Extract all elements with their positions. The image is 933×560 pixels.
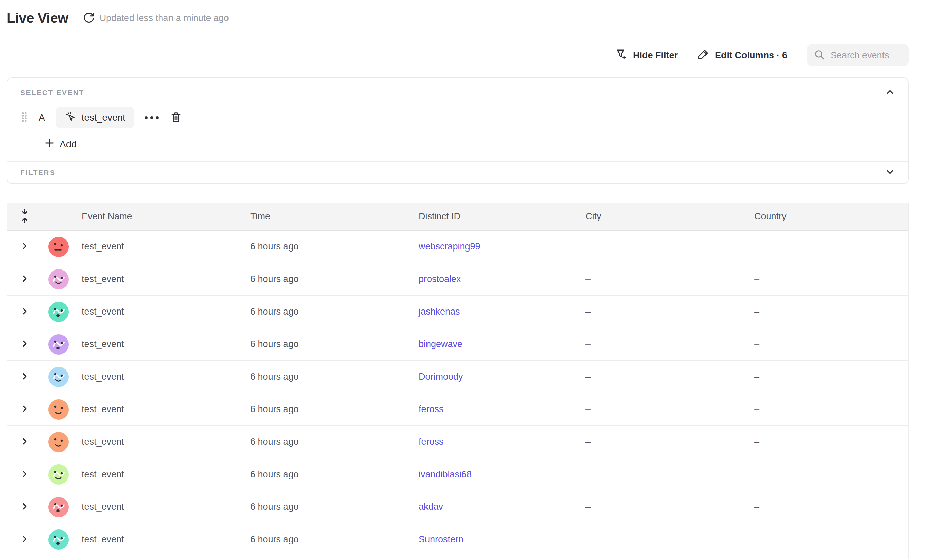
col-header-distinct-id[interactable]: Distinct ID [419,211,585,222]
expand-row-button[interactable] [20,436,30,448]
user-avatar[interactable] [48,465,69,485]
table-row: test_event 6 hours ago feross – – [7,426,908,458]
expand-row-button[interactable] [20,404,30,415]
distinct-id-link[interactable]: prostoalex [419,274,461,284]
city-cell: – [585,469,754,480]
city-cell: – [585,274,754,285]
refresh-icon [82,11,95,25]
expand-row-button[interactable] [20,274,30,285]
event-chip[interactable]: test_event [56,107,134,128]
table-body: test_event 6 hours ago webscraping99 – –… [7,231,908,556]
hide-filter-button[interactable]: Hide Filter [615,48,678,63]
query-builder-card: SELECT EVENT [7,77,908,184]
collapse-section-button[interactable] [885,87,895,98]
drag-dots-icon [20,110,28,125]
expand-row-button[interactable] [20,502,30,513]
refresh-button[interactable] [82,11,96,25]
select-event-label: SELECT EVENT [20,88,85,97]
chevron-right-icon [20,338,30,350]
ellipsis-icon [145,116,148,119]
col-header-time[interactable]: Time [250,211,419,222]
user-avatar[interactable] [48,432,69,452]
expand-filters-button[interactable] [885,167,895,178]
country-cell: – [754,437,908,447]
user-avatar[interactable] [48,334,69,355]
user-avatar[interactable] [48,237,69,257]
time-cell: 6 hours ago [250,437,419,447]
time-cell: 6 hours ago [250,534,419,545]
chevron-up-icon [885,87,895,98]
distinct-id-link[interactable]: ivandiblasi68 [419,469,471,479]
table-row: test_event 6 hours ago feross – – [7,393,908,426]
filter-plus-icon [615,48,628,63]
country-cell: – [754,404,908,415]
time-cell: 6 hours ago [250,274,419,285]
table-header: Event Name Time Distinct ID City Country [7,203,908,231]
expand-row-button[interactable] [20,338,30,350]
expand-row-button[interactable] [20,241,30,252]
time-cell: 6 hours ago [250,469,419,480]
delete-event-button[interactable] [169,111,182,125]
time-cell: 6 hours ago [250,339,419,349]
user-avatar[interactable] [48,367,69,387]
distinct-id-link[interactable]: feross [419,437,444,447]
chevron-right-icon [20,241,30,252]
table-row: test_event 6 hours ago akdav – – [7,491,908,523]
time-cell: 6 hours ago [250,502,419,512]
col-header-event-name[interactable]: Event Name [75,211,250,222]
event-row-letter: A [38,112,45,123]
plus-icon [44,138,55,151]
search-input[interactable] [831,50,902,61]
user-avatar[interactable] [48,269,69,289]
title-row: Live View Updated less than a minute ago [7,8,908,28]
time-cell: 6 hours ago [250,242,419,252]
chevron-right-icon [20,371,30,383]
table-row: test_event 6 hours ago jashkenas – – [7,295,908,328]
search-box[interactable] [807,44,908,66]
chevron-right-icon [20,274,30,285]
edit-columns-label: Edit Columns · 6 [715,50,787,61]
cursor-click-icon [65,111,77,125]
distinct-id-link[interactable]: Sunrostern [419,534,463,545]
user-avatar[interactable] [48,497,69,517]
distinct-id-link[interactable]: jashkenas [419,306,460,317]
table-row: test_event 6 hours ago ivandiblasi68 – – [7,458,908,491]
distinct-id-link[interactable]: Dorimoody [419,372,463,382]
expand-row-button[interactable] [20,469,30,480]
distinct-id-link[interactable]: feross [419,404,444,414]
table-row: test_event 6 hours ago bingewave – – [7,328,908,361]
expand-row-button[interactable] [20,306,30,318]
user-avatar[interactable] [48,529,69,550]
event-more-button[interactable] [143,116,161,119]
user-avatar[interactable] [48,302,69,322]
distinct-id-link[interactable]: akdav [419,502,443,512]
distinct-id-link[interactable]: bingewave [419,339,462,349]
partial-row [7,556,908,559]
add-event-button[interactable]: Add [44,138,895,151]
drag-handle[interactable] [20,110,28,125]
event-name-cell: test_event [75,372,250,382]
event-name-cell: test_event [75,502,250,512]
expand-row-button[interactable] [20,534,30,545]
add-label: Add [60,139,77,150]
col-header-country[interactable]: Country [754,211,908,222]
city-cell: – [585,404,754,415]
country-cell: – [754,242,908,252]
trash-icon [169,111,182,125]
page-title: Live View [7,10,68,26]
distinct-id-link[interactable]: webscraping99 [419,242,480,252]
pencil-icon [697,48,710,63]
chevron-down-icon [885,167,895,178]
country-cell: – [754,274,908,285]
country-cell: – [754,306,908,317]
table-row: test_event 6 hours ago Dorimoody – – [7,361,908,393]
collapse-vertical-icon [20,208,30,225]
collapse-rows-button[interactable] [20,208,30,225]
edit-columns-button[interactable]: Edit Columns · 6 [697,48,787,63]
col-header-city[interactable]: City [585,211,754,222]
table-row: test_event 6 hours ago Sunrostern – – [7,523,908,556]
expand-row-button[interactable] [20,371,30,383]
chevron-right-icon [20,436,30,448]
chevron-right-icon [20,404,30,415]
user-avatar[interactable] [48,399,69,420]
